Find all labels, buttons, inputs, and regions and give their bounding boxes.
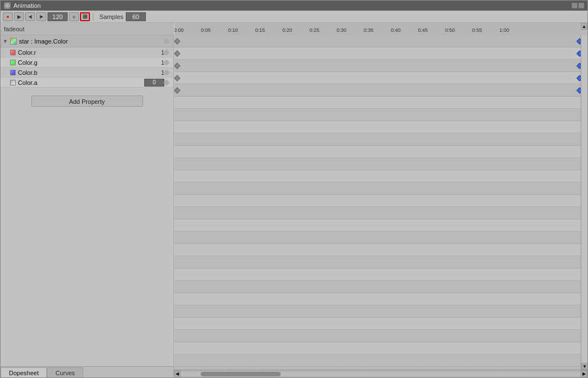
track-keyframe-a[interactable]	[163, 79, 169, 85]
record-button[interactable]: ●	[3, 12, 13, 21]
frame-input[interactable]	[48, 12, 68, 21]
track-keyframe-r[interactable]	[163, 49, 169, 55]
keyframe-g-start[interactable]	[174, 63, 180, 69]
left-panel: fadeout ▼ star : Image.Color	[1, 23, 174, 377]
timeline-row-empty-3	[174, 121, 581, 133]
ruler-mark-55: 0:55	[472, 27, 482, 33]
keyframe-g-end[interactable]	[576, 63, 581, 69]
color-r-icon	[10, 49, 16, 56]
ruler-mark-10: 0:10	[228, 27, 238, 33]
minimize-btn[interactable]	[572, 3, 577, 8]
toolbar-separator	[93, 13, 93, 21]
scrollbar-down-arrow[interactable]: ▼	[581, 363, 587, 370]
timeline-row-empty-16	[174, 281, 581, 293]
ruler-mark-0: 0:00	[174, 27, 184, 33]
track-keyframe-g[interactable]	[163, 59, 169, 65]
timeline-ruler[interactable]: 0:00 0:05 0:10 0:15 0:20 0:25 0:30 0:35 …	[174, 23, 581, 35]
timeline-row-g	[174, 60, 581, 72]
timeline-row-empty-22	[174, 355, 581, 367]
keyframe-b-start[interactable]	[174, 75, 180, 81]
track-keyframe-b[interactable]	[163, 69, 169, 75]
track-row-label-color-g: Color.g	[10, 59, 148, 66]
keyframe-b-end[interactable]	[576, 75, 581, 81]
keyframe-group-start[interactable]	[174, 38, 180, 44]
keyframe-a-end[interactable]	[576, 87, 581, 93]
scrollbar-h-track[interactable]	[181, 372, 581, 376]
track-value-color-r: 1	[148, 49, 164, 56]
ruler-mark-30: 0:30	[336, 27, 347, 33]
title-bar: Animation	[1, 1, 587, 11]
scrollbar-up-arrow[interactable]: ▲	[581, 23, 587, 30]
keyframe-group-end[interactable]	[576, 38, 581, 44]
add-property-button[interactable]: Add Property	[31, 95, 143, 107]
timeline-row-empty-17	[174, 293, 581, 305]
ruler-container: 0:00 0:05 0:10 0:15 0:20 0:25 0:30 0:35 …	[174, 23, 581, 34]
color-icon	[10, 37, 17, 45]
timeline-row-empty-12	[174, 232, 581, 244]
timeline-row-b	[174, 72, 581, 84]
timeline-row-empty-20	[174, 330, 581, 342]
add-keyframe-button[interactable]: ⊞	[80, 12, 90, 21]
timeline-row-empty-7	[174, 170, 581, 183]
track-row-label-color-a: Color.a	[10, 79, 144, 86]
group-keyframe-diamond[interactable]	[163, 38, 169, 44]
timeline-row-empty-11	[174, 219, 581, 232]
scrollbar-h-row: ◀ ▶	[174, 370, 587, 377]
scrollbar-v-track[interactable]	[581, 35, 587, 363]
samples-label: Samples	[99, 13, 124, 20]
timeline-row-empty-5	[174, 146, 581, 158]
timeline-tracks	[174, 35, 581, 370]
ruler-mark-15: 0:15	[255, 27, 265, 33]
tab-curves[interactable]: Curves	[47, 367, 83, 377]
track-row-color-a: Color.a	[1, 78, 173, 88]
timeline-row-empty-8	[174, 183, 581, 195]
timeline-row-empty-4	[174, 133, 581, 146]
timeline-row-empty-1	[174, 97, 581, 109]
color-a-icon	[10, 79, 16, 86]
playhead-indicator	[174, 23, 174, 35]
track-value-input-color-a[interactable]	[144, 79, 164, 87]
main-area: fadeout ▼ star : Image.Color	[1, 23, 587, 377]
keyframe-r-start[interactable]	[174, 50, 180, 56]
track-row-color-b: Color.b 1	[1, 68, 173, 78]
keyframe-diamond-button[interactable]: ◆	[69, 12, 79, 21]
animation-window: Animation ● ▶ ◀| |▶ ◆ ⊞ Samples	[0, 0, 588, 378]
track-group-header[interactable]: ▼ star : Image.Color	[1, 35, 173, 47]
maximize-btn[interactable]	[578, 3, 584, 8]
play-button[interactable]: ▶	[14, 12, 24, 21]
scrollbar-h-thumb[interactable]	[201, 372, 281, 376]
track-row-label-color-r: Color.r	[10, 49, 148, 56]
timeline-row-empty-10	[174, 207, 581, 219]
color-b-icon	[10, 69, 16, 76]
samples-input[interactable]	[126, 12, 146, 21]
timeline-row-empty-9	[174, 195, 581, 207]
fadeout-row: fadeout	[1, 23, 173, 35]
timeline-row-a	[174, 84, 581, 97]
toolbar: ● ▶ ◀| |▶ ◆ ⊞ Samples	[1, 11, 587, 23]
ruler-mark-40: 0:40	[391, 27, 401, 33]
tab-dopesheet[interactable]: Dopesheet	[1, 367, 47, 377]
keyframe-r-end[interactable]	[576, 50, 581, 56]
step-forward-button[interactable]: |▶	[36, 12, 46, 21]
step-back-button[interactable]: ◀|	[25, 12, 35, 21]
track-header-area: ▼ star : Image.Color Color.r 1	[1, 35, 173, 366]
track-row-label-color-b: Color.b	[10, 69, 148, 76]
window-icon	[4, 2, 11, 9]
bottom-tabs: Dopesheet Curves	[1, 366, 173, 377]
ruler-mark-45: 0:45	[418, 27, 428, 33]
timeline-row-empty-18	[174, 305, 581, 318]
ruler-mark-5: 0:05	[201, 27, 211, 33]
keyframe-a-start[interactable]	[174, 87, 180, 93]
scroll-right-arrow[interactable]: ▶	[581, 370, 587, 377]
track-row-color-g: Color.g 1	[1, 58, 173, 68]
timeline-row-empty-2	[174, 109, 581, 121]
fadeout-label: fadeout	[4, 26, 25, 32]
scroll-left-arrow[interactable]: ◀	[174, 370, 181, 377]
right-scrollbar: ▼	[581, 35, 587, 370]
ruler-mark-35: 0:35	[364, 27, 374, 33]
timeline-body: ▼	[174, 35, 587, 370]
ruler-row: 0:00 0:05 0:10 0:15 0:20 0:25 0:30 0:35 …	[174, 23, 587, 35]
timeline-row-r	[174, 47, 581, 60]
track-group-label: star : Image.Color	[19, 38, 164, 45]
ruler-mark-20: 0:20	[282, 27, 292, 33]
